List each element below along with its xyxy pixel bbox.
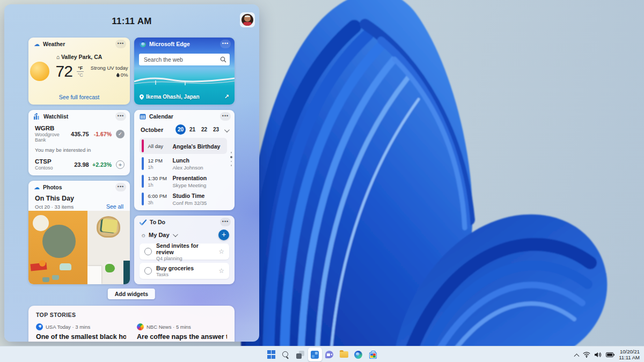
- top-stories-card[interactable]: TOP STORIES USA Today · 3 mins One of th…: [28, 306, 235, 342]
- stock-price: 435.75: [68, 131, 89, 137]
- see-all-link[interactable]: See all: [106, 203, 123, 210]
- edge-logo-icon: [140, 41, 146, 47]
- stock-added-check-icon[interactable]: ✓: [116, 130, 125, 138]
- widgets-icon: [311, 351, 319, 359]
- news-story[interactable]: USA Today · 3 mins One of the smallest b…: [36, 323, 126, 341]
- calendar-menu-button[interactable]: •••: [220, 112, 231, 121]
- clock-date[interactable]: 10/20/21 11:11 AM: [619, 349, 641, 361]
- todo-widget[interactable]: To Do ••• ☼ My Day + Send invites for re…: [134, 216, 235, 284]
- web-search-input[interactable]: [139, 54, 230, 65]
- task-row[interactable]: Send invites for reviewQ4 planning ☆: [140, 243, 229, 260]
- start-button[interactable]: [265, 348, 279, 361]
- stock-price: 23.98: [68, 161, 89, 168]
- stock-change: -1.67%: [91, 131, 112, 137]
- photo-chair[interactable]: [87, 211, 130, 284]
- stocks-chart-icon: [34, 113, 40, 120]
- stock-add-icon[interactable]: +: [116, 160, 125, 169]
- weather-menu-button[interactable]: •••: [115, 40, 126, 48]
- edge-title: Microsoft Edge: [149, 41, 217, 47]
- story-headline[interactable]: One of the smallest black holes — and: [36, 333, 126, 341]
- usa-today-logo-icon: [36, 323, 43, 330]
- weather-widget[interactable]: ☁ Weather ••• ⌂ Valley Park, CA 72 °F °C…: [28, 38, 130, 105]
- calendar-event[interactable]: All day Angela's Birthday: [140, 138, 227, 154]
- file-explorer-button[interactable]: [337, 348, 351, 361]
- photos-subheading: Oct 20 · 33 items: [35, 204, 106, 210]
- chevron-down-icon[interactable]: [224, 125, 228, 135]
- stock-row-ctsp[interactable]: CTSPContoso 23.98 +2.23% +: [28, 156, 130, 171]
- star-icon[interactable]: ☆: [218, 248, 224, 255]
- widgets-button[interactable]: [308, 348, 322, 361]
- task-checkbox[interactable]: [144, 248, 152, 255]
- microsoft-store-button[interactable]: [366, 348, 380, 361]
- photos-menu-button[interactable]: •••: [115, 183, 126, 191]
- tray-overflow-chevron-icon[interactable]: [574, 353, 580, 359]
- todo-check-icon: [140, 219, 147, 225]
- bloom-wallpaper: [231, 0, 644, 362]
- calendar-event[interactable]: 6:00 PM3h Studio TimeConf Rm 32/35: [140, 191, 227, 207]
- edge-photo-location: Ikema Ohashi, Japan: [146, 94, 200, 100]
- calendar-day-20[interactable]: 20: [175, 124, 186, 135]
- photo-still-life[interactable]: [28, 211, 87, 284]
- edge-menu-button[interactable]: •••: [220, 40, 231, 48]
- photo-thumbnails[interactable]: [28, 211, 130, 284]
- calendar-scrollbar[interactable]: [230, 152, 232, 166]
- desktop: 11:11 AM ☁ Weather ••• ⌂ Valley Park, CA…: [0, 0, 644, 362]
- nbc-news-logo-icon: [137, 323, 144, 330]
- calendar-icon: [140, 113, 146, 120]
- bridge-photo: [134, 73, 235, 89]
- watchlist-suggestion-note: You may be interested in: [28, 143, 130, 156]
- star-icon[interactable]: ☆: [218, 267, 224, 275]
- stock-row-wgrb[interactable]: WGRBWoodgrove Bank 435.75 -1.67% ✓: [28, 123, 130, 143]
- stock-change: +2.23%: [91, 161, 112, 168]
- wifi-icon[interactable]: [583, 352, 590, 358]
- battery-icon[interactable]: [606, 352, 614, 357]
- panel-clock: 11:11 AM: [4, 16, 259, 27]
- add-widgets-button[interactable]: Add widgets: [108, 289, 155, 299]
- calendar-widget[interactable]: Calendar ••• October 20 21 22 23 All day…: [134, 110, 235, 210]
- watchlist-title: Watchlist: [43, 113, 112, 120]
- expand-icon[interactable]: ↗: [224, 93, 229, 100]
- chat-icon: [325, 351, 333, 358]
- todo-title: To Do: [150, 219, 217, 225]
- watchlist-menu-button[interactable]: •••: [115, 112, 126, 121]
- story-source: USA Today · 3 mins: [46, 324, 90, 330]
- chat-button[interactable]: [323, 348, 336, 361]
- news-story[interactable]: NBC News · 5 mins Are coffee naps the an…: [137, 323, 227, 341]
- chevron-down-icon[interactable]: [173, 232, 178, 237]
- edge-browser-button[interactable]: [352, 348, 365, 361]
- story-headline[interactable]: Are coffee naps the answer to your: [137, 333, 227, 341]
- user-avatar-button[interactable]: [240, 12, 255, 27]
- task-view-button[interactable]: [294, 348, 308, 361]
- calendar-day-22[interactable]: 22: [199, 124, 209, 135]
- task-checkbox[interactable]: [144, 267, 152, 275]
- calendar-event[interactable]: 1:30 PM1h PresentationSkype Meeting: [140, 173, 227, 189]
- photos-title: Photos: [43, 184, 112, 190]
- task-view-icon: [296, 351, 304, 359]
- calendar-month: October: [141, 127, 174, 133]
- widgets-board: ☁ Weather ••• ⌂ Valley Park, CA 72 °F °C…: [28, 38, 235, 342]
- calendar-day-21[interactable]: 21: [187, 124, 197, 135]
- weather-precipitation: 0%: [116, 72, 128, 78]
- weather-title: Weather: [43, 41, 112, 47]
- search-button[interactable]: [279, 348, 293, 361]
- droplet-icon: [116, 73, 120, 77]
- add-task-button[interactable]: +: [218, 230, 229, 240]
- see-full-forecast-link[interactable]: See full forecast: [28, 94, 130, 100]
- edge-widget[interactable]: Microsoft Edge ••• Ikema Ohashi, Japan ↗: [134, 38, 235, 105]
- calendar-day-23[interactable]: 23: [211, 124, 221, 135]
- calendar-event[interactable]: 12 PM1h LunchAlex Johnson: [140, 156, 227, 172]
- todo-list-selector[interactable]: My Day: [149, 232, 170, 238]
- weather-cloud-icon: ☁: [34, 41, 40, 47]
- todo-menu-button[interactable]: •••: [220, 218, 231, 226]
- weather-location: ⌂ Valley Park, CA: [28, 54, 130, 60]
- temperature-unit-toggle[interactable]: °F °C: [76, 65, 85, 78]
- my-day-sun-icon: ☼: [141, 232, 146, 238]
- watchlist-widget[interactable]: Watchlist ••• WGRBWoodgrove Bank 435.75 …: [28, 110, 130, 175]
- photos-widget[interactable]: ☁ Photos ••• On This Day Oct 20 · 33 ite…: [28, 181, 130, 284]
- volume-icon[interactable]: [595, 352, 602, 358]
- tray-time: 11:11 AM: [619, 354, 640, 361]
- task-row[interactable]: Buy groceriesTasks ☆: [140, 263, 229, 279]
- windows-logo-icon: [267, 350, 276, 359]
- story-source: NBC News · 5 mins: [147, 324, 191, 330]
- weather-temperature: 72: [55, 62, 72, 80]
